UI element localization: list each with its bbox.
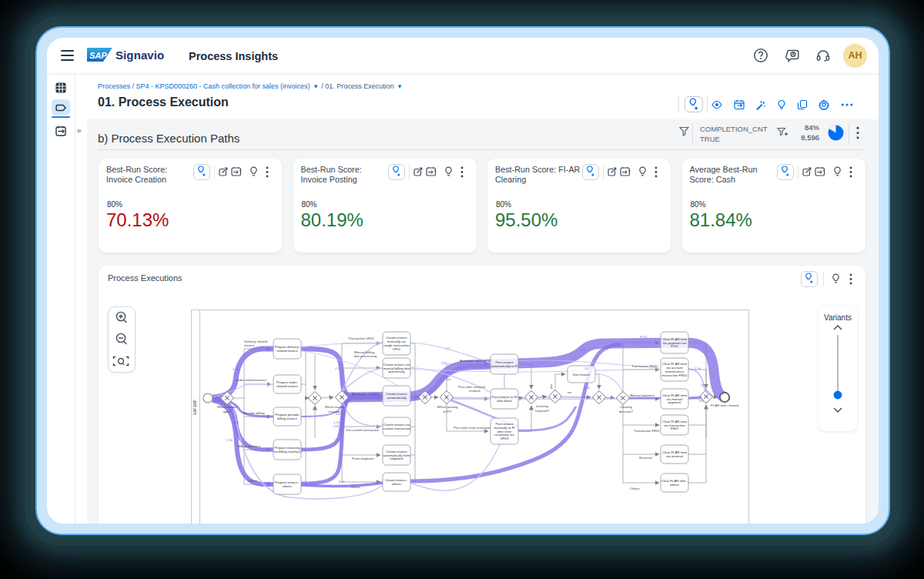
- svg-text:66: 66: [447, 377, 450, 381]
- svg-text:SAP: SAP: [89, 51, 107, 60]
- svg-text:custom transaction: custom transaction: [383, 427, 411, 430]
- svg-text:payment: payment: [668, 400, 681, 404]
- svg-text:Automatic creation: Automatic creation: [352, 392, 380, 396]
- svg-text:6.0k: 6.0k: [581, 348, 588, 352]
- svg-text:Manual payment: Manual payment: [630, 393, 655, 397]
- svg-text:after block: after block: [497, 399, 513, 403]
- svg-text:others: others: [670, 483, 679, 487]
- svg-text:1.1k: 1.1k: [695, 366, 701, 370]
- svg-text:due processing: due processing: [354, 354, 377, 358]
- svg-text:SAP ERP: SAP ERP: [193, 400, 197, 415]
- svg-text:3.6k: 3.6k: [233, 367, 239, 371]
- svg-text:From shipment: From shipment: [352, 457, 374, 460]
- svg-text:Others: Others: [630, 487, 640, 490]
- svg-text:type?: type?: [223, 410, 232, 413]
- svg-text:Dunning: Dunning: [536, 404, 549, 408]
- svg-text:automatically to FI: automatically to FI: [491, 364, 518, 368]
- svg-text:Periodic billing: Periodic billing: [243, 411, 265, 415]
- svg-text:625: 625: [336, 412, 342, 416]
- svg-text:Dun invoice: Dun invoice: [573, 373, 591, 377]
- svg-text:2.5k: 2.5k: [226, 438, 233, 442]
- svg-text:222: 222: [333, 424, 340, 428]
- svg-text:2.5k: 2.5k: [335, 366, 342, 370]
- svg-text:VFX3: VFX3: [500, 437, 509, 440]
- svg-text:Billing interface: Billing interface: [238, 444, 261, 448]
- svg-text:Order related invoice: Order related invoice: [236, 378, 266, 382]
- svg-text:automatically: automatically: [387, 396, 407, 400]
- svg-text:222: 222: [441, 361, 447, 365]
- svg-text:20: 20: [584, 366, 588, 370]
- svg-text:1.9k: 1.9k: [233, 420, 239, 424]
- svg-text:Reversal: Reversal: [639, 456, 652, 460]
- svg-text:1.3k: 1.3k: [584, 386, 591, 390]
- svg-text:Others: Others: [350, 485, 360, 489]
- svg-text:Transaction VF01: Transaction VF01: [348, 336, 374, 340]
- svg-text:Which posting: Which posting: [437, 405, 459, 409]
- svg-text:F110: F110: [671, 344, 678, 348]
- svg-text:no: no: [567, 390, 571, 394]
- svg-text:17: 17: [446, 346, 450, 350]
- svg-text:of block: of block: [469, 389, 481, 393]
- svg-text:Post after error resolution: Post after error resolution: [454, 426, 491, 430]
- svg-text:F110: F110: [640, 335, 648, 339]
- svg-text:others: others: [283, 484, 292, 488]
- svg-text:via billing interface: via billing interface: [273, 450, 301, 453]
- svg-text:shipment: shipment: [390, 457, 403, 460]
- svg-text:Clearing: Clearing: [620, 405, 633, 409]
- svg-text:related invoice: related invoice: [276, 384, 298, 388]
- svg-text:Which invoice: Which invoice: [217, 405, 238, 409]
- svg-text:others: others: [392, 482, 401, 486]
- svg-text:Which invoice: Which invoice: [325, 405, 346, 409]
- svg-text:Others: Others: [248, 479, 258, 483]
- svg-text:VF01: VF01: [393, 347, 401, 351]
- svg-text:required?: required?: [535, 409, 550, 413]
- svg-text:via reversal: via reversal: [666, 454, 683, 458]
- svg-text:to FI?: to FI?: [444, 410, 453, 413]
- svg-text:2.7k: 2.7k: [335, 438, 342, 442]
- svg-text:billing invoice: billing invoice: [277, 417, 297, 420]
- svg-text:processing: processing: [389, 370, 405, 373]
- svg-text:transaction FB1D: transaction FB1D: [661, 373, 687, 377]
- svg-text:Via custom transaction: Via custom transaction: [346, 428, 380, 432]
- svg-text:Automatic posting: Automatic posting: [460, 359, 487, 363]
- svg-text:yes: yes: [549, 384, 553, 390]
- svg-text:related invoice: related invoice: [276, 349, 298, 353]
- svg-text:decision?: decision?: [619, 410, 634, 413]
- svg-text:Transaction FB1D: Transaction FB1D: [631, 364, 658, 368]
- svg-text:F805: F805: [671, 427, 678, 430]
- svg-text:640: 640: [339, 480, 345, 484]
- svg-text:29: 29: [701, 383, 705, 387]
- svg-text:invoice: invoice: [244, 343, 255, 347]
- svg-text:183: 183: [698, 399, 705, 403]
- svg-text:Transaction F805: Transaction F805: [634, 429, 660, 433]
- svg-text:FI-AR item cleared: FI-AR item cleared: [711, 403, 738, 407]
